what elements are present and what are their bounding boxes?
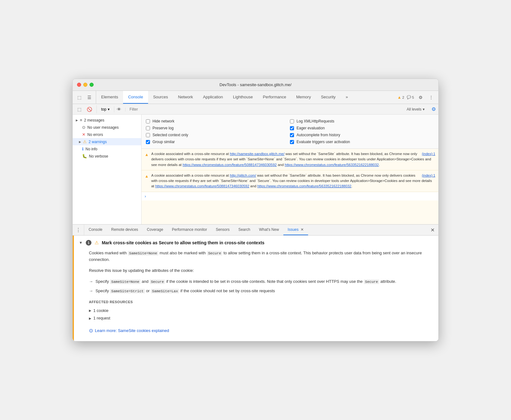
sidebar-item-errors[interactable]: ✕ No errors bbox=[73, 131, 141, 138]
info-label: No info bbox=[85, 147, 97, 151]
bottom-tab-menu-icon[interactable]: ⋮ bbox=[73, 225, 84, 235]
hide-network-input[interactable] bbox=[146, 119, 150, 123]
maximize-button[interactable] bbox=[90, 83, 94, 87]
checkbox-hide-network[interactable]: Hide network bbox=[146, 118, 290, 125]
bottom-tab-sensors[interactable]: Sensors bbox=[211, 225, 234, 235]
tab-application[interactable]: Application bbox=[198, 91, 228, 104]
warn-chromestatus-4[interactable]: https://www.chromestatus.com/feature/563… bbox=[257, 184, 351, 188]
message-badge[interactable]: 💬 5 bbox=[407, 95, 414, 99]
selected-context-input[interactable] bbox=[146, 133, 150, 137]
tab-network[interactable]: Network bbox=[173, 91, 198, 104]
warn-source-link-2[interactable]: (index):1 bbox=[422, 173, 435, 178]
checkbox-group-similar[interactable]: Group similar bbox=[146, 138, 290, 145]
verbose-label: No verbose bbox=[89, 154, 108, 158]
bottom-tab-bar: ⋮ Console Remote devices Coverage Perfor… bbox=[73, 224, 438, 236]
tab-performance[interactable]: Performance bbox=[258, 91, 291, 104]
bottom-tab-coverage[interactable]: Coverage bbox=[142, 225, 168, 235]
learn-more-link[interactable]: ⊙ Learn more: SameSite cookies explained bbox=[89, 327, 432, 335]
sidebar-item-messages[interactable]: ▶ ≡ 2 messages bbox=[73, 117, 141, 124]
bottom-tab-search[interactable]: Search bbox=[234, 225, 255, 235]
traffic-lights bbox=[77, 83, 94, 87]
affected-item-cookie[interactable]: ▶ 1 cookie bbox=[89, 308, 432, 314]
tab-console[interactable]: Console bbox=[123, 91, 148, 104]
checkbox-log-xmlhttp[interactable]: Log XMLHttpRequests bbox=[290, 118, 434, 125]
devtools-window: DevTools - samesite-sandbox.glitch.me/ ⬚… bbox=[72, 79, 439, 341]
tab-sources[interactable]: Sources bbox=[148, 91, 173, 104]
issue-header[interactable]: ▼ 1 ⚠ Mark cross-site cookies as Secure … bbox=[74, 236, 438, 250]
tab-elements[interactable]: Elements bbox=[96, 91, 123, 104]
message-icon: 💬 bbox=[407, 95, 411, 99]
divider bbox=[114, 106, 114, 112]
tab-security[interactable]: Security bbox=[316, 91, 341, 104]
window-title: DevTools - samesite-sandbox.glitch.me/ bbox=[78, 82, 433, 87]
tab-memory[interactable]: Memory bbox=[291, 91, 316, 104]
learn-more-icon: ⊙ bbox=[89, 327, 93, 335]
error-icon: ✕ bbox=[82, 132, 85, 137]
filter-input[interactable] bbox=[130, 107, 402, 111]
close-drawer-icon[interactable]: ✕ bbox=[427, 225, 438, 235]
warn-url-1[interactable]: http://samesite-sandbox.glitch.me/ bbox=[230, 152, 285, 156]
levels-label: All levels bbox=[407, 107, 421, 111]
levels-selector[interactable]: All levels ▾ bbox=[405, 106, 426, 112]
context-selector[interactable]: top ▾ bbox=[99, 106, 111, 112]
warn-chromestatus-3[interactable]: https://www.chromestatus.com/feature/508… bbox=[155, 184, 249, 188]
issue-title: Mark cross-site cookies as Secure to all… bbox=[102, 240, 265, 245]
checkbox-selected-context[interactable]: Selected context only bbox=[146, 132, 290, 138]
sidebar-item-user-messages[interactable]: ⊙ No user messages bbox=[73, 124, 141, 131]
issues-close-icon[interactable]: ✕ bbox=[301, 227, 304, 232]
eager-evaluation-input[interactable] bbox=[290, 126, 294, 130]
settings-icon[interactable]: ⚙ bbox=[416, 93, 425, 101]
title-bar: DevTools - samesite-sandbox.glitch.me/ bbox=[73, 79, 438, 91]
tab-lighthouse[interactable]: Lighthouse bbox=[228, 91, 258, 104]
close-button[interactable] bbox=[77, 83, 81, 87]
device-icon[interactable]: ☰ bbox=[85, 93, 93, 101]
hide-network-label: Hide network bbox=[152, 119, 174, 123]
bottom-tab-console[interactable]: Console bbox=[84, 225, 107, 235]
minimize-button[interactable] bbox=[83, 83, 87, 87]
checkbox-col-right: Log XMLHttpRequests Eager evaluation Aut… bbox=[290, 118, 434, 145]
tab-more[interactable]: » bbox=[341, 91, 353, 104]
chevron-down-icon: ▾ bbox=[108, 107, 110, 111]
preserve-log-input[interactable] bbox=[146, 126, 150, 130]
warn-chromestatus-2[interactable]: https://www.chromestatus.com/feature/563… bbox=[285, 163, 379, 167]
checkbox-col-left: Hide network Preserve log Selected conte… bbox=[146, 118, 290, 145]
clear-console-icon[interactable]: 🚫 bbox=[85, 105, 93, 113]
checkbox-evaluate-triggers[interactable]: Evaluate triggers user activation bbox=[290, 138, 434, 145]
autocomplete-input[interactable] bbox=[290, 133, 294, 137]
console-settings-icon[interactable]: ⚙ bbox=[431, 106, 436, 112]
console-main: ▶ ≡ 2 messages ⊙ No user messages ✕ No e… bbox=[73, 115, 438, 224]
code-secure-3: Secure bbox=[364, 279, 379, 284]
code-samesite-none-1: SameSite=None bbox=[128, 251, 158, 256]
code-secure-2: Secure bbox=[150, 279, 165, 284]
more-options-icon[interactable]: ⋮ bbox=[427, 93, 435, 101]
checkbox-preserve-log[interactable]: Preserve log bbox=[146, 125, 290, 132]
issue-bullet-1: → Specify SameSite=None and Secure if th… bbox=[89, 278, 432, 285]
warn-source-link-1[interactable]: (index):1 bbox=[422, 151, 435, 157]
affected-item-request[interactable]: ▶ 1 request bbox=[89, 315, 432, 322]
console-prompt[interactable]: › bbox=[142, 192, 438, 200]
warn-chromestatus-1[interactable]: https://www.chromestatus.com/feature/508… bbox=[183, 163, 276, 167]
warning-count: 2 bbox=[402, 96, 404, 99]
console-left-controls: ⬚ 🚫 bbox=[75, 105, 97, 113]
preserve-log-label: Preserve log bbox=[152, 126, 173, 130]
checkbox-autocomplete[interactable]: Autocomplete from history bbox=[290, 132, 434, 138]
bottom-tab-issues[interactable]: Issues ✕ bbox=[283, 225, 308, 235]
evaluate-triggers-input[interactable] bbox=[290, 140, 294, 144]
console-toolbar: ⬚ 🚫 top ▾ 👁 | All levels ▾ ⚙ bbox=[73, 104, 438, 115]
console-drawer-icon[interactable]: ⬚ bbox=[75, 105, 83, 113]
sidebar-item-info[interactable]: ℹ No info bbox=[73, 145, 141, 153]
log-xmlhttp-input[interactable] bbox=[290, 119, 294, 123]
group-similar-input[interactable] bbox=[146, 140, 150, 144]
sidebar-item-verbose[interactable]: 🐛 No verbose bbox=[73, 153, 141, 160]
checkbox-eager-evaluation[interactable]: Eager evaluation bbox=[290, 125, 434, 132]
eye-icon[interactable]: 👁 bbox=[117, 107, 121, 112]
bottom-tab-remote-devices[interactable]: Remote devices bbox=[107, 225, 142, 235]
inspect-icon[interactable]: ⬚ bbox=[75, 93, 83, 101]
warn-url-2[interactable]: http://glitch.com/ bbox=[230, 174, 256, 177]
bottom-tab-whats-new[interactable]: What's New bbox=[255, 225, 283, 235]
warning-badge[interactable]: ▲ 2 bbox=[397, 95, 404, 100]
sidebar-item-warnings[interactable]: ▶ ⚠ 2 warnings bbox=[73, 138, 141, 145]
evaluate-triggers-label: Evaluate triggers user activation bbox=[297, 140, 350, 144]
bottom-tab-performance-monitor[interactable]: Performance monitor bbox=[168, 225, 211, 235]
code-samesite-lax: SameSite=Lax bbox=[151, 289, 179, 293]
